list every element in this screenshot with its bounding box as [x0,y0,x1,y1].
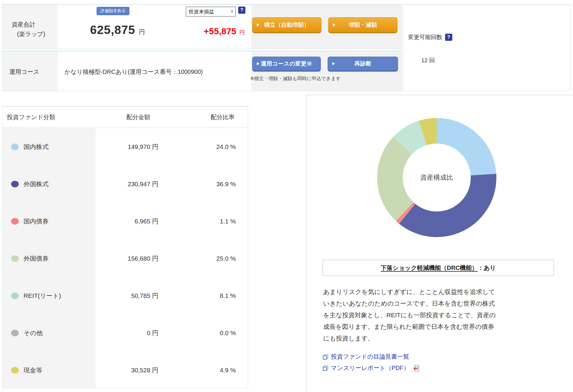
row-ratio: 0.0 % [182,329,236,337]
table-row: 外国株式 230,947 円 36.9 % [3,165,248,203]
legend-dot-icon [11,293,19,299]
table-row: REIT(リート) 50,785 円 8.1 % [3,277,248,314]
donut-segment [437,118,496,175]
row-amount: 0 円 [101,329,158,337]
legend-dot-icon [11,330,19,336]
row-label: 外国株式 [24,180,49,188]
reserve-button-label: 積立（自動増額） [264,21,309,29]
change-count-help-icon[interactable]: ? [445,34,452,41]
asset-total-label-line1: 資産合計 [12,20,45,29]
pdf-icon [414,365,420,372]
header-ratio: 配分比率 [196,107,249,127]
row-ratio: 36.9 % [182,181,236,188]
course-description: あまりリスクを気にしすぎずに、とことん収益性を追求して いきたいあなたのためのコ… [323,286,562,344]
asset-total-box: 資産合計 (楽ラップ) 評価額非表示 625,875 円 投資来損益 ∨ ? +… [2,4,402,49]
change-course-button[interactable]: ▶ 運用コースの変更※ [252,57,321,71]
prospectus-link[interactable]: 投資ファンドの目論見書一覧 [323,353,409,361]
monthly-report-link[interactable]: マンスリーレポート（PDF） [323,364,420,372]
arrow-icon: ▶ [256,22,260,27]
asset-total-label-line2: (楽ラップ) [12,29,45,39]
table-row: 国内株式 149,970 円 24.0 % [3,128,248,165]
row-amount: 50,785 円 [101,292,158,300]
legend-dot-icon [11,144,19,150]
row-amount: 6,965 円 [101,217,158,225]
row-ratio: 8.1 % [182,292,236,299]
monthly-report-link-label: マンスリーレポート（PDF） [331,364,409,372]
total-amount: 625,875 [90,23,135,36]
pl-amount: +55,875 [204,26,236,36]
change-count-row: 変更可能回数 ? [408,33,452,41]
allocation-table: 投資ファンド分類 配分金額 配分比率 国内株式 149,970 円 24.0 %… [2,106,248,388]
prospectus-link-label: 投資ファンドの目論見書一覧 [331,353,409,361]
row-amount: 30,528 円 [101,366,158,374]
arrow-icon: ▶ [332,61,335,66]
header-fund-class: 投資ファンド分類 [7,107,55,127]
row-amount: 230,947 円 [101,180,158,188]
row-label: 外国債券 [24,254,49,263]
table-row: その他 0 円 0.0 % [3,314,248,351]
hide-value-button[interactable]: 評価額非表示 [97,7,129,15]
row-amount: 149,970 円 [101,143,158,151]
pl-help-icon[interactable]: ? [238,7,245,14]
change-count-value: 12 回 [421,57,435,64]
table-row: 外国債券 156,680 円 25.0 % [3,240,248,277]
rediagnose-button-label: 再診断 [354,60,371,68]
change-count-label: 変更可能回数 [408,33,442,41]
total-amount-unit: 円 [139,29,145,35]
row-ratio: 4.9 % [182,367,236,374]
total-amount-wrap: 625,875 円 [47,23,188,37]
external-link-icon [323,365,329,371]
course-label-cell: 運用コース [3,51,58,91]
pl-amount-wrap: +55,875 円 [170,26,245,36]
course-label: 運用コース [9,68,39,76]
row-label: 現金等 [24,366,42,374]
allocation-table-header: 投資ファンド分類 配分金額 配分比率 [3,107,248,128]
pl-period-select-wrap: 投資来損益 ∨ [186,7,236,17]
drc-box: 下落ショック軽減機能（DRC機能）：あり [323,260,554,276]
legend-dot-icon [11,181,19,187]
row-label: 国内株式 [24,143,49,151]
arrow-icon: ▶ [332,22,336,27]
legend-dot-icon [11,218,19,225]
page: 資産合計 (楽ラップ) 評価額非表示 625,875 円 投資来損益 ∨ ? +… [0,0,573,392]
drc-status: ：あり [478,264,496,272]
external-link-icon [323,354,329,360]
course-box: 運用コース かなり積極型-DRCあり(運用コース番号：1000900) ▶ 運用… [2,51,402,91]
row-ratio: 24.0 % [182,143,236,150]
table-row: 国内債券 6,965 円 1.1 % [3,203,248,240]
adjust-amount-button[interactable]: ▶ 増額・減額 [328,17,397,33]
change-count-box: 変更可能回数 ? 12 回 [403,4,571,91]
change-course-button-label: 運用コースの変更※ [261,60,312,68]
chart-panel: 資産構成比 下落ショック軽減機能（DRC機能）：あり あまりリスクを気にしすぎず… [306,95,573,392]
row-label: REIT(リート) [24,292,61,300]
legend-dot-icon [11,367,19,374]
row-label: その他 [24,329,43,337]
drc-title: 下落ショック軽減機能（DRC機能） [381,264,478,272]
row-ratio: 1.1 % [182,218,236,225]
legend-dot-icon [11,255,19,262]
pl-period-select[interactable]: 投資来損益 [186,7,236,17]
asset-donut-chart: 資産構成比 [374,115,499,240]
adjust-amount-button-label: 増額・減額 [349,21,377,29]
course-value: かなり積極型-DRCあり(運用コース番号：1000900) [64,68,203,76]
pl-amount-unit: 円 [239,29,245,35]
donut-svg [374,115,499,240]
row-amount: 156,680 円 [101,254,158,263]
table-row: 現金等 30,528 円 4.9 % [3,351,248,389]
row-label: 国内債券 [24,217,49,225]
row-ratio: 25.0 % [182,255,236,262]
apply-note: ※積立・増額・減額も同時に申込できます [250,76,341,82]
arrow-icon: ▶ [256,61,260,66]
reserve-button[interactable]: ▶ 積立（自動増額） [252,17,321,33]
header-amount: 配分金額 [104,107,173,127]
asset-total-label: 資産合計 (楽ラップ) [12,20,45,39]
rediagnose-button[interactable]: ▶ 再診断 [328,57,398,71]
